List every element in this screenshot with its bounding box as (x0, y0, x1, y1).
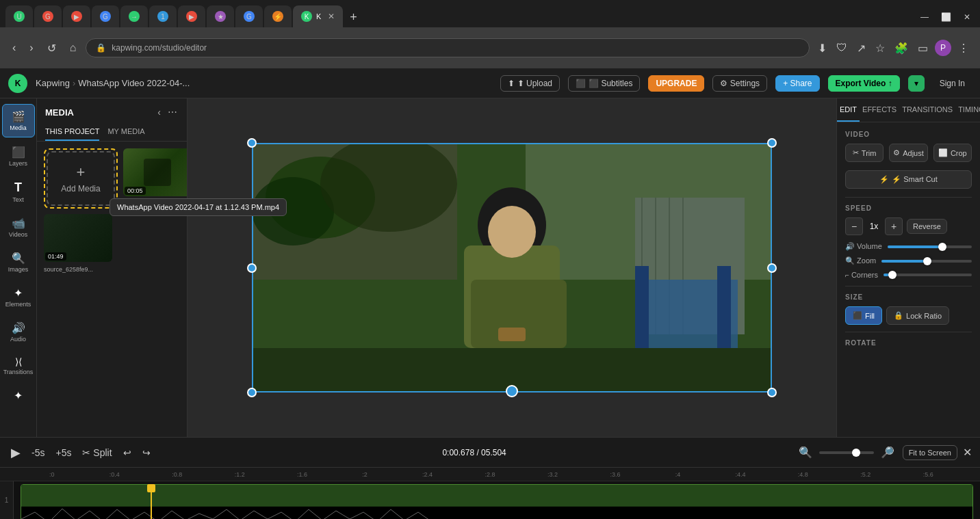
browser-tab-10[interactable]: ⚡ (264, 5, 292, 27)
zoom-slider-track[interactable] (881, 260, 972, 263)
tab-minimize-icon[interactable]: — (916, 10, 933, 25)
volume-slider-thumb[interactable] (938, 243, 946, 251)
zoom-in-button[interactable]: 🔎 (878, 443, 897, 462)
browser-tab-4[interactable]: G (92, 5, 119, 27)
sign-in-button[interactable]: Sign In (933, 76, 972, 91)
add-media-button[interactable]: + Add Media (47, 151, 115, 206)
media-panel-collapse-btn[interactable]: ‹ (156, 105, 162, 119)
more-options-button[interactable]: ⋮ (955, 39, 972, 57)
timeline-close-button[interactable]: ✕ (963, 446, 972, 459)
crop-button[interactable]: ⬜ Crop (933, 144, 972, 162)
upgrade-button[interactable]: UPGRADE (648, 75, 704, 92)
sidebar-item-effects[interactable]: ✦ (2, 384, 35, 408)
play-button[interactable]: ▶ (8, 442, 23, 463)
browser-action-buttons: ⬇ 🛡 ↗ ☆ 🧩 ▭ P ⋮ (815, 39, 972, 57)
resize-handle-bl[interactable] (247, 388, 257, 397)
tab-close-icon[interactable]: ✕ (959, 10, 975, 25)
corners-slider-track[interactable] (884, 274, 972, 276)
rotate-handle-bottom[interactable] (506, 385, 518, 397)
profile-avatar[interactable]: P (935, 40, 951, 56)
subtitles-button[interactable]: ⬛ ⬛ Subtitles (568, 75, 640, 92)
shield-button[interactable]: 🛡 (834, 39, 850, 57)
split-button[interactable]: ✂ Split (79, 444, 114, 461)
browser-tab-3[interactable]: ▶ (63, 5, 90, 27)
sidebar-item-media[interactable]: 🎬 Media (2, 104, 35, 137)
tab-this-project[interactable]: THIS PROJECT (45, 123, 99, 141)
share-button[interactable]: ↗ (854, 39, 868, 57)
tab-effects[interactable]: EFFECTS (860, 98, 899, 122)
resize-handle-tr[interactable] (767, 138, 777, 148)
zoom-slider[interactable] (819, 451, 874, 454)
sidebar-item-transitions[interactable]: ⟩⟨ Transitions (2, 351, 35, 381)
extensions-button[interactable]: 🧩 (892, 39, 911, 57)
new-tab-button[interactable]: + (344, 10, 363, 25)
tab-transitions[interactable]: TRANSITIONS (899, 98, 955, 122)
browser-tab-9[interactable]: G (235, 5, 263, 27)
speed-increase-button[interactable]: + (885, 217, 903, 235)
resize-handle-ml[interactable] (247, 263, 257, 273)
address-bar[interactable]: 🔒 kapwing.com/studio/editor (86, 38, 810, 57)
resize-handle-mr[interactable] (767, 263, 777, 273)
zoom-slider-thumb[interactable] (923, 257, 931, 265)
track-label-1: 1 (0, 481, 14, 519)
zoom-slider-thumb[interactable] (852, 449, 860, 457)
sidebar-item-layers[interactable]: ⬛ Layers (2, 140, 35, 172)
media-thumbnail-1[interactable]: 00:05 (123, 148, 187, 196)
sidebar-layers-label: Layers (9, 160, 27, 167)
tab-maximize-icon[interactable]: ⬜ (937, 10, 955, 25)
sidebar-toggle[interactable]: ▭ (915, 39, 931, 57)
sidebar-item-images[interactable]: 🔍 Images (2, 246, 35, 278)
fill-button[interactable]: ⬛ Fill (845, 306, 882, 325)
track-clip-1[interactable] (21, 484, 973, 519)
sidebar-item-elements[interactable]: ✦ Elements (2, 281, 35, 313)
resize-handle-br[interactable] (767, 388, 777, 397)
adjust-button[interactable]: ⚙ Adjust (889, 144, 927, 162)
tab-timing[interactable]: TIMING (955, 98, 980, 122)
bookmark-button[interactable]: ☆ (873, 39, 888, 57)
sidebar-item-audio[interactable]: 🔊 Audio (2, 316, 35, 348)
sidebar-item-videos[interactable]: 📹 Videos (2, 211, 35, 243)
skip-back-button[interactable]: -5s (29, 444, 47, 461)
share-button[interactable]: + Share (775, 75, 819, 92)
add-media-plus-icon: + (77, 163, 86, 181)
browser-tab-7[interactable]: ▶ (178, 5, 205, 27)
browser-tab-2[interactable]: G (34, 5, 62, 27)
speed-decrease-button[interactable]: − (845, 217, 863, 235)
volume-slider-track[interactable] (888, 245, 972, 248)
home-button[interactable]: ⌂ (66, 39, 81, 57)
fit-to-screen-button[interactable]: Fit to Screen (903, 445, 957, 460)
browser-tab-5[interactable]: → (120, 5, 148, 27)
browser-tab-8[interactable]: ★ (207, 5, 234, 27)
resize-handle-tl[interactable] (247, 138, 257, 148)
timeline-playhead[interactable] (151, 484, 152, 519)
media-panel-more-btn[interactable]: ⋯ (166, 105, 179, 119)
redo-button[interactable]: ↪ (140, 444, 153, 461)
trim-button[interactable]: ✂ Trim (845, 144, 884, 162)
zoom-out-button[interactable]: 🔍 (796, 443, 815, 462)
smart-cut-button[interactable]: ⚡ ⚡ Smart Cut (845, 170, 972, 189)
tab-my-media[interactable]: MY MEDIA (107, 123, 144, 141)
browser-tab-6[interactable]: 1 (149, 5, 177, 27)
back-button[interactable]: ‹ (8, 39, 20, 57)
tab-close-btn[interactable]: ✕ (328, 12, 335, 21)
tab-edit[interactable]: EDIT (837, 98, 860, 122)
export-video-button[interactable]: Export Video ↑ (828, 75, 900, 92)
forward-button[interactable]: › (25, 39, 37, 57)
skip-forward-button[interactable]: +5s (53, 444, 74, 461)
export-dropdown-button[interactable]: ▾ (908, 75, 925, 92)
media-thumbnail-2[interactable]: 01:49 (44, 214, 112, 262)
undo-button[interactable]: ↩ (120, 444, 134, 461)
settings-button[interactable]: ⚙ Settings (712, 75, 767, 92)
browser-tab-active[interactable]: K K ✕ (293, 5, 343, 27)
active-tab-label: K (316, 12, 321, 21)
download-button[interactable]: ⬇ (815, 39, 829, 57)
thumb-duration-2: 01:49 (45, 252, 66, 261)
corners-slider-thumb[interactable] (888, 271, 897, 279)
browser-tab-1[interactable]: U (5, 5, 33, 27)
upload-button[interactable]: ⬆ ⬆ Upload (500, 75, 560, 92)
ruler-mark-11: :4.4 (709, 471, 771, 478)
reverse-button[interactable]: Reverse (907, 219, 947, 234)
sidebar-item-text[interactable]: T Text (2, 175, 35, 209)
reload-button[interactable]: ↺ (43, 39, 60, 57)
lock-ratio-button[interactable]: 🔒 Lock Ratio (886, 306, 949, 325)
